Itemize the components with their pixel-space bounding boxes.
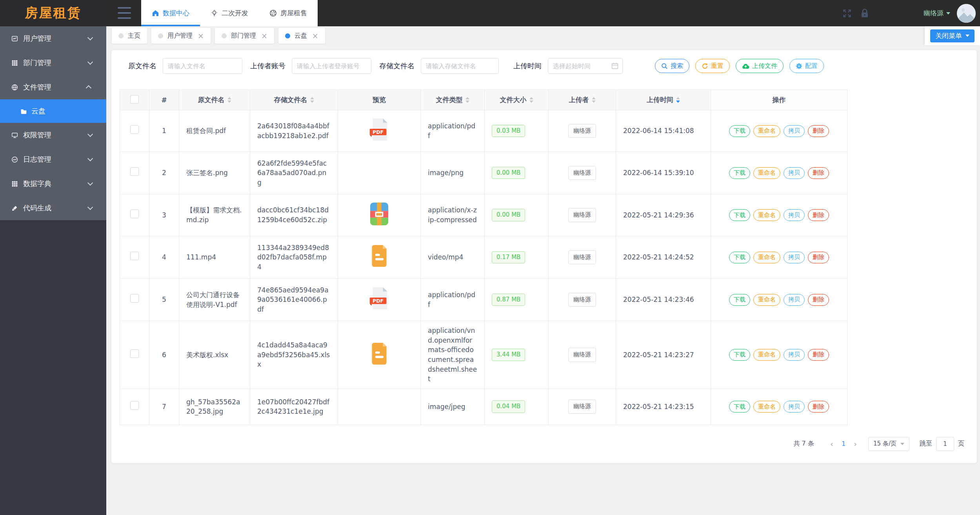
header-uploader[interactable]: 上传者: [549, 90, 616, 110]
prev-page-button[interactable]: ‹: [825, 439, 838, 449]
sidebar-item-perm-mgmt[interactable]: 权限管理: [0, 123, 106, 147]
sort-icon[interactable]: [592, 97, 596, 103]
sort-icon[interactable]: [227, 97, 231, 103]
uploader-chip[interactable]: 幽络源: [568, 124, 596, 138]
reset-button[interactable]: 重置: [695, 59, 730, 73]
copy-button[interactable]: 拷贝: [784, 294, 805, 306]
download-button[interactable]: 下载: [729, 167, 750, 179]
copy-button[interactable]: 拷贝: [784, 252, 805, 263]
avatar[interactable]: [957, 4, 976, 23]
nav-tab-label: 数据中心: [163, 9, 189, 18]
filter-name-input[interactable]: [163, 58, 242, 74]
lock-icon[interactable]: [860, 8, 869, 18]
delete-button[interactable]: 删除: [808, 252, 829, 263]
download-button[interactable]: 下载: [729, 294, 750, 306]
uploader-chip[interactable]: 幽络源: [568, 208, 596, 222]
search-button[interactable]: 搜索: [655, 59, 689, 73]
row-checkbox[interactable]: [130, 294, 139, 303]
row-checkbox[interactable]: [130, 349, 139, 358]
header-time[interactable]: 上传时间: [616, 90, 711, 110]
sidebar-item-log-mgmt[interactable]: 日志管理: [0, 147, 106, 172]
copy-button[interactable]: 拷贝: [784, 401, 805, 413]
uploader-chip[interactable]: 幽络源: [568, 250, 596, 265]
sidebar-item-file-mgmt[interactable]: 文件管理: [0, 75, 106, 99]
cell-preview[interactable]: [338, 194, 421, 236]
tag-user-mgmt[interactable]: 用户管理 ×: [151, 28, 211, 44]
hamburger-menu-icon[interactable]: [118, 7, 131, 19]
sort-icon[interactable]: [529, 97, 533, 103]
download-button[interactable]: 下载: [729, 209, 750, 221]
delete-button[interactable]: 删除: [808, 294, 829, 306]
rename-button[interactable]: 重命名: [753, 294, 780, 306]
cell-preview[interactable]: PDF: [338, 279, 421, 321]
sidebar-item-code-gen[interactable]: 代码生成: [0, 196, 106, 220]
sort-icon[interactable]: [465, 97, 469, 103]
rename-button[interactable]: 重命名: [753, 125, 780, 137]
cell-preview[interactable]: PDF: [338, 110, 421, 152]
header-storage[interactable]: 存储文件名: [250, 90, 338, 110]
header-type[interactable]: 文件类型: [421, 90, 485, 110]
page-number-1[interactable]: 1: [838, 440, 849, 447]
sort-icon-active[interactable]: [676, 97, 680, 103]
header-name[interactable]: 原文件名: [179, 90, 250, 110]
copy-button[interactable]: 拷贝: [784, 125, 805, 137]
select-all-checkbox[interactable]: [130, 95, 139, 104]
rename-button[interactable]: 重命名: [753, 349, 780, 361]
next-page-button[interactable]: ›: [849, 439, 862, 449]
sidebar-item-user-mgmt[interactable]: 用户管理: [0, 26, 106, 51]
close-icon[interactable]: ×: [261, 32, 267, 40]
sidebar-item-data-dict[interactable]: 数据字典: [0, 172, 106, 196]
uploader-chip[interactable]: 幽络源: [568, 400, 596, 414]
tag-dept-mgmt[interactable]: 部门管理 ×: [215, 28, 274, 44]
copy-button[interactable]: 拷贝: [784, 167, 805, 179]
download-button[interactable]: 下载: [729, 349, 750, 361]
uploader-chip[interactable]: 幽络源: [568, 166, 596, 180]
header-size[interactable]: 文件大小: [485, 90, 549, 110]
uploader-chip[interactable]: 幽络源: [568, 348, 596, 362]
tag-cloud-disk[interactable]: 云盘 ×: [278, 28, 325, 44]
config-button[interactable]: 配置: [789, 59, 824, 73]
rename-button[interactable]: 重命名: [753, 252, 780, 263]
filter-storage-label: 存储文件名: [379, 61, 415, 71]
cell-preview[interactable]: [338, 236, 421, 279]
download-button[interactable]: 下载: [729, 401, 750, 413]
username[interactable]: 幽络源: [924, 9, 944, 18]
rename-button[interactable]: 重命名: [753, 209, 780, 221]
rename-button[interactable]: 重命名: [753, 401, 780, 413]
close-icon[interactable]: ×: [198, 32, 204, 40]
close-icon[interactable]: ×: [312, 32, 318, 40]
cell-preview[interactable]: [338, 321, 421, 389]
row-checkbox[interactable]: [130, 252, 139, 260]
download-button[interactable]: 下载: [729, 125, 750, 137]
row-checkbox[interactable]: [130, 401, 139, 410]
header-preview: 预览: [338, 90, 421, 110]
delete-button[interactable]: 删除: [808, 401, 829, 413]
row-checkbox[interactable]: [130, 167, 139, 176]
table-row: 4 111.mp4 113344a2389349ed8d02fb7dacfa05…: [120, 236, 847, 279]
row-checkbox[interactable]: [130, 210, 139, 218]
copy-button[interactable]: 拷贝: [784, 209, 805, 221]
rename-button[interactable]: 重命名: [753, 167, 780, 179]
upload-file-button[interactable]: 上传文件: [736, 59, 784, 73]
uploader-chip[interactable]: 幽络源: [568, 293, 596, 307]
copy-button[interactable]: 拷贝: [784, 349, 805, 361]
row-checkbox[interactable]: [130, 125, 139, 134]
sidebar-item-dept-mgmt[interactable]: 部门管理: [0, 51, 106, 75]
filter-storage-input[interactable]: [421, 58, 499, 74]
delete-button[interactable]: 删除: [808, 349, 829, 361]
fullscreen-icon[interactable]: [842, 8, 852, 18]
delete-button[interactable]: 删除: [808, 209, 829, 221]
nav-tab-secondary-dev[interactable]: 二次开发: [200, 0, 259, 26]
delete-button[interactable]: 删除: [808, 125, 829, 137]
page-size-select[interactable]: 15 条/页: [868, 437, 909, 451]
jump-page-input[interactable]: [936, 437, 954, 451]
download-button[interactable]: 下载: [729, 252, 750, 263]
tag-home[interactable]: 主页: [112, 28, 147, 44]
sort-icon[interactable]: [310, 97, 314, 103]
filter-uploader-input[interactable]: [292, 58, 371, 74]
close-menu-button[interactable]: 关闭菜单: [930, 29, 975, 42]
sidebar-subitem-cloud-disk[interactable]: 云盘: [0, 99, 106, 123]
nav-tab-house-rental[interactable]: 房屋租售: [259, 0, 318, 26]
delete-button[interactable]: 删除: [808, 167, 829, 179]
nav-tab-data-center[interactable]: 数据中心: [141, 0, 200, 26]
